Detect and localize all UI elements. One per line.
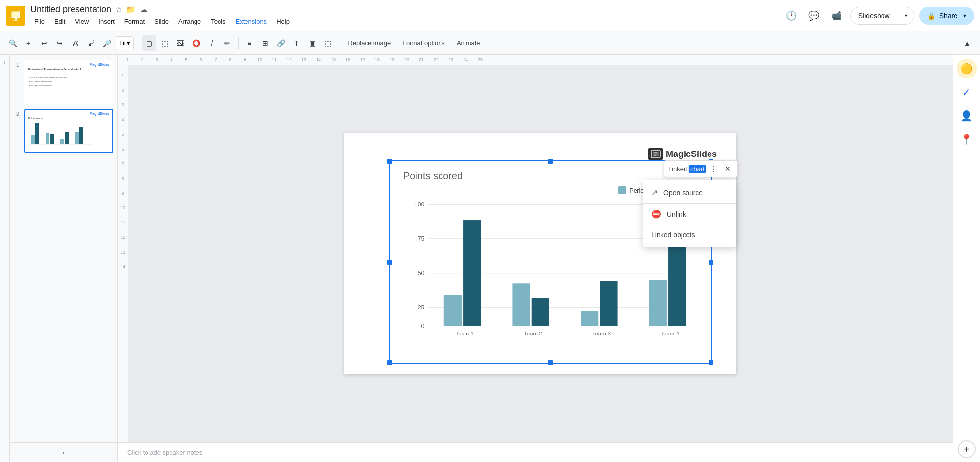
- menu-item-arrange[interactable]: Arrange: [174, 16, 205, 27]
- slide-thumb-1[interactable]: MagicSlides Professional Presentations i…: [24, 60, 113, 104]
- cloud-icon[interactable]: ☁: [140, 5, 147, 14]
- slide-thumb-2-inner: MagicSlides Points scored: [25, 110, 112, 152]
- linked-objects-item[interactable]: Linked objects: [643, 227, 736, 243]
- svg-text:9: 9: [122, 191, 124, 196]
- linked-chart-menu-button[interactable]: ⋮: [708, 163, 720, 175]
- replace-image-button[interactable]: Replace image: [343, 36, 395, 50]
- link-button[interactable]: 🔗: [274, 35, 288, 51]
- svg-rect-74: [532, 298, 549, 326]
- linked-chart-label: Linked chart: [668, 165, 706, 173]
- print-button[interactable]: 🖨: [69, 35, 82, 51]
- menubar: FileEditViewInsertFormatSlideArrangeTool…: [30, 16, 783, 27]
- text-align-button[interactable]: ≡: [243, 35, 256, 51]
- slideshow-label: Slideshow: [851, 7, 898, 24]
- slideshow-button[interactable]: Slideshow ▾: [850, 7, 914, 25]
- toolbar: 🔍 + ↩ ↪ 🖨 🖌 🔎 Fit ▾ ▢ ⬚ 🖼 ⭕ / ✏ ≡ ⊞ 🔗 T …: [0, 31, 980, 55]
- ruler-horizontal: // ruler ticks rendered via inline 1 2 3…: [118, 55, 953, 65]
- table-button[interactable]: ⊞: [258, 35, 272, 51]
- rs-magic-slides-button[interactable]: 🟡: [957, 59, 977, 78]
- folder-icon[interactable]: 📁: [126, 5, 136, 14]
- slide-canvas-wrapper[interactable]: 1 2 3 4 5 6 7 8 9 10 11 12 13 14: [118, 65, 953, 442]
- zoom-search-button[interactable]: 🔎: [100, 35, 114, 51]
- menu-item-format[interactable]: Format: [121, 16, 148, 27]
- svg-rect-76: [581, 311, 598, 326]
- line-button[interactable]: /: [205, 35, 219, 51]
- menu-item-edit[interactable]: Edit: [50, 16, 69, 27]
- collapse-panel-icon: ‹: [4, 59, 6, 66]
- menu-item-help[interactable]: Help: [272, 16, 294, 27]
- zoom-in-button[interactable]: +: [22, 35, 35, 51]
- textbox-button[interactable]: T: [290, 35, 303, 51]
- svg-text:3: 3: [122, 103, 124, 107]
- pen-button[interactable]: ✏: [220, 35, 234, 51]
- redo-button[interactable]: ↪: [53, 35, 67, 51]
- linked-chart-close-button[interactable]: ✕: [722, 163, 734, 175]
- crop-button[interactable]: ⬚: [321, 35, 335, 51]
- search-button[interactable]: 🔍: [6, 35, 20, 51]
- present-button[interactable]: 📹: [828, 7, 845, 25]
- undo-button[interactable]: ↩: [37, 35, 51, 51]
- magic-slides-icon: [648, 148, 663, 160]
- s2-label: Points scored: [28, 117, 43, 120]
- svg-text:5: 5: [185, 57, 187, 62]
- history-button[interactable]: 🕐: [783, 7, 800, 25]
- animate-button[interactable]: Animate: [452, 36, 485, 50]
- rs-check-button[interactable]: ✓: [957, 82, 977, 102]
- toolbar-divider-3: [339, 37, 339, 49]
- mask-button[interactable]: ▣: [305, 35, 319, 51]
- unlink-item[interactable]: ⛔ Unlink: [643, 205, 736, 223]
- svg-text:11: 11: [121, 220, 125, 225]
- comment-button[interactable]: 💬: [805, 7, 823, 25]
- menu-item-insert[interactable]: Insert: [95, 16, 119, 27]
- add-slide-area[interactable]: ›: [10, 442, 117, 462]
- slideshow-arrow-icon: ▾: [898, 7, 914, 24]
- linked-prefix: Linked: [668, 165, 689, 173]
- doc-title[interactable]: Untitled presentation: [30, 4, 111, 15]
- speaker-notes[interactable]: Click to add speaker notes: [118, 442, 953, 462]
- menu-item-tools[interactable]: Tools: [207, 16, 229, 27]
- svg-text:20: 20: [404, 57, 409, 62]
- svg-text:10: 10: [121, 205, 125, 210]
- open-source-item[interactable]: ↗ Open source: [643, 184, 736, 201]
- shape-select-button[interactable]: ⬚: [158, 35, 172, 51]
- menu-item-file[interactable]: File: [30, 16, 49, 27]
- rs-profile-button[interactable]: 👤: [957, 106, 977, 126]
- share-label: Share: [939, 12, 957, 20]
- svg-text:14: 14: [121, 264, 125, 269]
- menu-item-extensions[interactable]: Extensions: [232, 16, 271, 27]
- svg-text:6: 6: [199, 57, 202, 62]
- star-icon[interactable]: ☆: [115, 5, 122, 14]
- zoom-select[interactable]: Fit ▾: [116, 36, 134, 50]
- left-panel-toggle[interactable]: ‹: [0, 55, 10, 462]
- dropdown-separator: [643, 203, 736, 204]
- menu-item-view[interactable]: View: [71, 16, 93, 27]
- format-options-button[interactable]: Format options: [397, 36, 450, 50]
- toolbar-divider-2: [238, 37, 239, 49]
- slide-content[interactable]: MagicSlides Points scored Period 1 Perio…: [344, 133, 736, 374]
- toolbar-divider-1: [138, 37, 138, 49]
- title-section: Untitled presentation ☆ 📁 ☁ FileEditView…: [30, 4, 783, 27]
- svg-text:4: 4: [122, 117, 124, 122]
- titlebar: Untitled presentation ☆ 📁 ☁ FileEditView…: [0, 0, 980, 31]
- rs-add-button[interactable]: +: [958, 440, 976, 458]
- legend-period1-color: [618, 186, 626, 194]
- slide-item-2[interactable]: 2 MagicSlides Points scored: [14, 109, 113, 153]
- svg-text:3: 3: [155, 57, 158, 62]
- shape-button[interactable]: ⭕: [189, 35, 203, 51]
- slide-item-1[interactable]: 1 MagicSlides Professional Presentations…: [14, 60, 113, 104]
- collapse-toolbar-button[interactable]: ▲: [960, 35, 974, 51]
- paint-format-button[interactable]: 🖌: [84, 35, 98, 51]
- image-button[interactable]: 🖼: [173, 35, 187, 51]
- share-button[interactable]: 🔒 Share ▾: [919, 7, 974, 25]
- svg-text:16: 16: [345, 57, 350, 62]
- slide-thumb-2[interactable]: MagicSlides Points scored: [24, 109, 113, 153]
- rs-maps-button[interactable]: 📍: [957, 129, 977, 149]
- svg-rect-77: [600, 281, 617, 326]
- svg-rect-8: [50, 134, 54, 144]
- select-button[interactable]: ▢: [142, 35, 156, 51]
- chevron-down-icon: ›: [63, 449, 65, 456]
- right-sidebar: 🟡 ✓ 👤 📍 +: [953, 55, 980, 462]
- s1-b2: • No Need to learn the tool: [29, 84, 67, 87]
- svg-rect-73: [512, 283, 530, 326]
- menu-item-slide[interactable]: Slide: [150, 16, 172, 27]
